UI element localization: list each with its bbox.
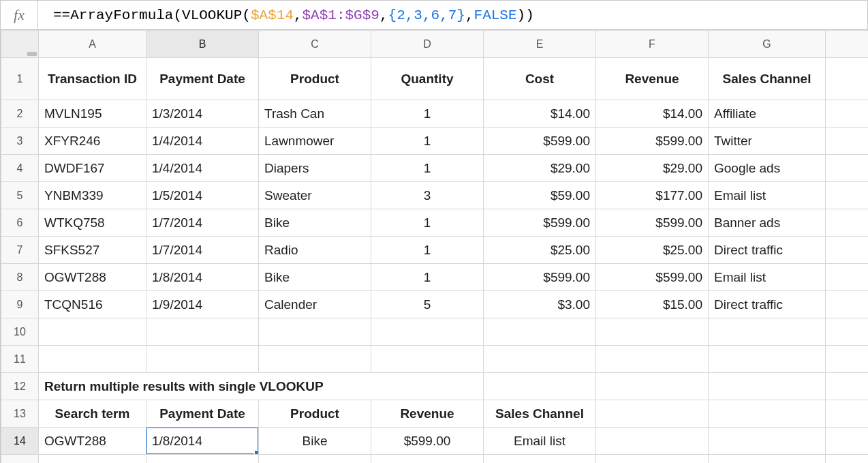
cell-transaction-id[interactable]: TCQN516 bbox=[39, 291, 146, 318]
cell[interactable] bbox=[596, 400, 709, 428]
col-head-F[interactable]: F bbox=[596, 31, 709, 58]
cell[interactable] bbox=[484, 346, 596, 373]
cell[interactable] bbox=[146, 346, 259, 373]
row-head-12[interactable]: 12 bbox=[1, 373, 39, 400]
cell-revenue[interactable]: $29.00 bbox=[596, 155, 709, 182]
cell-product[interactable]: Radio bbox=[259, 237, 371, 264]
cell-revenue[interactable]: $599.00 bbox=[596, 209, 709, 237]
row-head-5[interactable]: 5 bbox=[1, 182, 39, 209]
cell-cost[interactable]: $59.00 bbox=[484, 182, 596, 209]
cell-quantity[interactable]: 1 bbox=[371, 209, 484, 237]
cell-transaction-id[interactable]: OGWT288 bbox=[39, 264, 146, 291]
cell-sales-channel[interactable]: Affiliate bbox=[709, 100, 826, 128]
cell[interactable] bbox=[826, 455, 869, 464]
col-head-A[interactable]: A bbox=[39, 31, 146, 58]
active-cell-B14[interactable]: 1/8/2014 bbox=[146, 428, 259, 455]
cell-quantity[interactable]: 1 bbox=[371, 264, 484, 291]
row-head-14[interactable]: 14 bbox=[1, 428, 39, 455]
cell-sales-channel[interactable]: Google ads bbox=[709, 155, 826, 182]
col-head-G[interactable]: G bbox=[709, 31, 826, 58]
cell[interactable] bbox=[596, 373, 709, 400]
cell[interactable] bbox=[826, 209, 869, 237]
cell[interactable] bbox=[39, 318, 146, 346]
cell-sales-channel[interactable]: Direct traffic bbox=[709, 291, 826, 318]
cell-revenue[interactable]: $15.00 bbox=[596, 291, 709, 318]
cell-revenue[interactable]: $599.00 bbox=[596, 128, 709, 155]
cell[interactable] bbox=[826, 128, 869, 155]
cell-product[interactable]: Lawnmower bbox=[259, 128, 371, 155]
row-head-15[interactable]: 15 bbox=[1, 455, 39, 464]
cell-payment-date[interactable]: 1/4/2014 bbox=[146, 155, 259, 182]
fx-icon[interactable]: fx bbox=[1, 0, 38, 30]
col-head-E[interactable]: E bbox=[484, 31, 596, 58]
cell-product[interactable]: Trash Can bbox=[259, 100, 371, 128]
cell[interactable] bbox=[709, 400, 826, 428]
cell[interactable] bbox=[371, 318, 484, 346]
col-head-D[interactable]: D bbox=[371, 31, 484, 58]
cell[interactable] bbox=[826, 58, 869, 100]
cell-product[interactable]: Diapers bbox=[259, 155, 371, 182]
cell-transaction-id[interactable]: DWDF167 bbox=[39, 155, 146, 182]
cell-revenue[interactable]: $177.00 bbox=[596, 182, 709, 209]
cell[interactable] bbox=[826, 155, 869, 182]
cell-cost[interactable]: $29.00 bbox=[484, 155, 596, 182]
row-head-10[interactable]: 10 bbox=[1, 318, 39, 346]
cell-product[interactable]: Bike bbox=[259, 264, 371, 291]
cell-cost[interactable]: $599.00 bbox=[484, 128, 596, 155]
spreadsheet-grid[interactable]: A B C D E F G 1Transaction IDPayment Dat… bbox=[0, 30, 868, 463]
cell[interactable] bbox=[709, 455, 826, 464]
cell[interactable] bbox=[596, 428, 709, 455]
cell[interactable] bbox=[259, 318, 371, 346]
cell-revenue[interactable]: $14.00 bbox=[596, 100, 709, 128]
cell-sales-channel[interactable]: Email list bbox=[709, 264, 826, 291]
cell-result-revenue[interactable]: $599.00 bbox=[371, 428, 484, 455]
cell[interactable] bbox=[484, 373, 596, 400]
cell-revenue[interactable]: $25.00 bbox=[596, 237, 709, 264]
cell-product[interactable]: Sweater bbox=[259, 182, 371, 209]
row-head-9[interactable]: 9 bbox=[1, 291, 39, 318]
col-head-H[interactable] bbox=[826, 31, 869, 58]
cell-sales-channel[interactable]: Banner ads bbox=[709, 209, 826, 237]
cell-quantity[interactable]: 5 bbox=[371, 291, 484, 318]
cell-cost[interactable]: $14.00 bbox=[484, 100, 596, 128]
cell-transaction-id[interactable]: YNBM339 bbox=[39, 182, 146, 209]
cell-payment-date[interactable]: 1/8/2014 bbox=[146, 264, 259, 291]
cell[interactable] bbox=[826, 182, 869, 209]
cell-revenue[interactable]: $599.00 bbox=[596, 264, 709, 291]
cell[interactable] bbox=[39, 455, 146, 464]
cell-quantity[interactable]: 3 bbox=[371, 182, 484, 209]
row-head-7[interactable]: 7 bbox=[1, 237, 39, 264]
cell[interactable] bbox=[371, 455, 484, 464]
cell-payment-date[interactable]: 1/5/2014 bbox=[146, 182, 259, 209]
cell-result-sales-channel[interactable]: Email list bbox=[484, 428, 596, 455]
cell-transaction-id[interactable]: SFKS527 bbox=[39, 237, 146, 264]
formula-input[interactable]: ==ArrayFormula(VLOOKUP($A$14,$A$1:$G$9,{… bbox=[38, 8, 867, 23]
cell-payment-date[interactable]: 1/3/2014 bbox=[146, 100, 259, 128]
cell-transaction-id[interactable]: MVLN195 bbox=[39, 100, 146, 128]
cell[interactable] bbox=[259, 455, 371, 464]
row-head-11[interactable]: 11 bbox=[1, 346, 39, 373]
row-head-6[interactable]: 6 bbox=[1, 209, 39, 237]
row-head-4[interactable]: 4 bbox=[1, 155, 39, 182]
row-head-3[interactable]: 3 bbox=[1, 128, 39, 155]
cell-product[interactable]: Bike bbox=[259, 209, 371, 237]
cell[interactable] bbox=[39, 346, 146, 373]
cell[interactable] bbox=[709, 318, 826, 346]
col-head-C[interactable]: C bbox=[259, 31, 371, 58]
cell-quantity[interactable]: 1 bbox=[371, 128, 484, 155]
cell[interactable] bbox=[826, 373, 869, 400]
cell[interactable] bbox=[596, 346, 709, 373]
row-head-2[interactable]: 2 bbox=[1, 100, 39, 128]
cell[interactable] bbox=[709, 346, 826, 373]
cell-cost[interactable]: $3.00 bbox=[484, 291, 596, 318]
cell-cost[interactable]: $599.00 bbox=[484, 264, 596, 291]
cell[interactable] bbox=[826, 428, 869, 455]
row-head-8[interactable]: 8 bbox=[1, 264, 39, 291]
cell-search-term[interactable]: OGWT288 bbox=[39, 428, 146, 455]
cell[interactable] bbox=[484, 455, 596, 464]
cell-quantity[interactable]: 1 bbox=[371, 100, 484, 128]
cell[interactable] bbox=[146, 318, 259, 346]
cell-sales-channel[interactable]: Email list bbox=[709, 182, 826, 209]
cell[interactable] bbox=[259, 346, 371, 373]
cell[interactable] bbox=[596, 318, 709, 346]
